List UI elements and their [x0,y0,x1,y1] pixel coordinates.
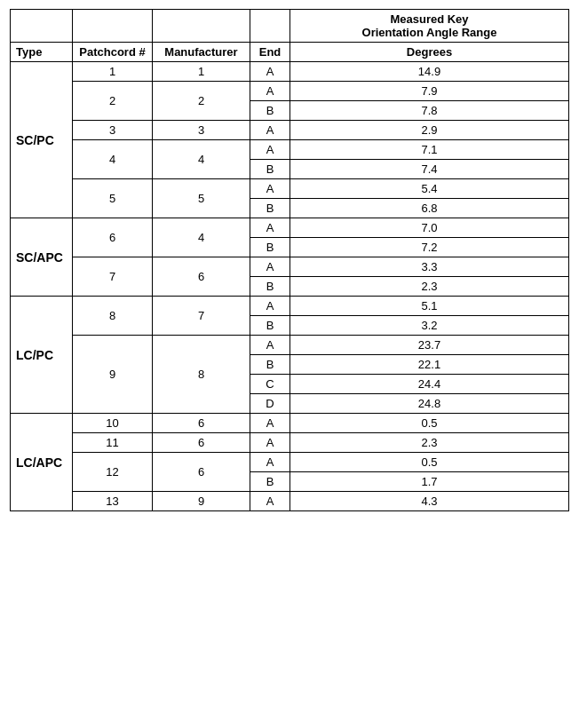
type-cell: LC/PC [11,297,73,414]
col-header-patch: Patchcord # [73,43,153,62]
degrees-cell: 22.1 [290,355,569,375]
col-header-deg: Degrees [290,43,569,62]
degrees-cell: 23.7 [290,336,569,355]
patch-cell: 11 [73,433,153,453]
mfr-cell: 6 [153,257,250,297]
patch-cell: 4 [73,140,153,179]
table-row: SC/APC64A7.0 [11,218,569,238]
degrees-cell: 4.3 [290,492,569,511]
end-cell: A [250,492,290,511]
table-row: 44A7.1 [11,140,569,160]
end-cell: B [250,355,290,375]
table-row: 76A3.3 [11,257,569,277]
mfr-cell: 1 [153,62,250,82]
end-cell: A [250,257,290,277]
end-cell: B [250,101,290,121]
patch-cell: 5 [73,179,153,218]
type-cell: SC/APC [11,218,73,297]
end-cell: A [250,297,290,316]
table-row: 98A23.7 [11,336,569,355]
end-cell: A [250,140,290,160]
end-cell: D [250,394,290,414]
type-cell: SC/PC [11,62,73,218]
patch-cell: 7 [73,257,153,297]
degrees-cell: 24.4 [290,375,569,394]
end-cell: B [250,316,290,336]
degrees-cell: 24.8 [290,394,569,414]
degrees-cell: 0.5 [290,453,569,472]
degrees-cell: 7.2 [290,238,569,257]
degrees-cell: 6.8 [290,199,569,218]
empty-header-2 [73,10,153,43]
degrees-cell: 7.8 [290,101,569,121]
end-cell: A [250,82,290,101]
table-row: 33A2.9 [11,121,569,140]
degrees-cell: 2.3 [290,433,569,453]
degrees-cell: 5.4 [290,179,569,199]
table-row: SC/PC11A14.9 [11,62,569,82]
degrees-cell: 0.5 [290,414,569,433]
table-row: 55A5.4 [11,179,569,199]
end-cell: B [250,472,290,492]
table-row: 22A7.9 [11,82,569,101]
degrees-cell: 7.9 [290,82,569,101]
patch-cell: 1 [73,62,153,82]
mfr-cell: 3 [153,121,250,140]
table-wrapper: Measured Key Orientation Angle Range Typ… [10,9,569,511]
mfr-cell: 6 [153,414,250,433]
degrees-cell: 7.1 [290,140,569,160]
end-cell: B [250,277,290,297]
end-cell: B [250,238,290,257]
mfr-cell: 2 [153,82,250,121]
degrees-cell: 7.0 [290,218,569,238]
table-row: 116A2.3 [11,433,569,453]
degrees-cell: 3.2 [290,316,569,336]
patch-cell: 6 [73,218,153,257]
table-row: LC/PC87A5.1 [11,297,569,316]
end-cell: A [250,179,290,199]
empty-header-1 [11,10,73,43]
type-cell: LC/APC [11,414,73,511]
mfr-cell: 4 [153,140,250,179]
col-header-end: End [250,43,290,62]
patch-cell: 9 [73,336,153,414]
patch-cell: 10 [73,414,153,433]
end-cell: A [250,218,290,238]
mfr-cell: 6 [153,453,250,492]
patch-cell: 8 [73,297,153,336]
degrees-cell: 1.7 [290,472,569,492]
end-cell: A [250,121,290,140]
end-cell: A [250,336,290,355]
end-cell: C [250,375,290,394]
col-header-mfr: Manufacturer [153,43,250,62]
patch-cell: 2 [73,82,153,121]
end-cell: A [250,433,290,453]
patch-cell: 13 [73,492,153,511]
patch-cell: 12 [73,453,153,492]
end-cell: A [250,453,290,472]
empty-header-4 [250,10,290,43]
mfr-cell: 6 [153,433,250,453]
table-row: 139A4.3 [11,492,569,511]
end-cell: A [250,62,290,82]
end-cell: A [250,414,290,433]
main-table: Measured Key Orientation Angle Range Typ… [10,9,569,511]
degrees-cell: 14.9 [290,62,569,82]
mfr-cell: 4 [153,218,250,257]
end-cell: B [250,199,290,218]
degrees-cell: 2.9 [290,121,569,140]
degrees-cell: 7.4 [290,160,569,179]
table-row: LC/APC106A0.5 [11,414,569,433]
mfr-cell: 5 [153,179,250,218]
mfr-cell: 9 [153,492,250,511]
col-header-type: Type [11,43,73,62]
measured-key-header: Measured Key Orientation Angle Range [290,10,569,43]
degrees-cell: 2.3 [290,277,569,297]
degrees-cell: 3.3 [290,257,569,277]
mfr-cell: 8 [153,336,250,414]
table-row: 126A0.5 [11,453,569,472]
degrees-cell: 5.1 [290,297,569,316]
mfr-cell: 7 [153,297,250,336]
patch-cell: 3 [73,121,153,140]
empty-header-3 [153,10,250,43]
